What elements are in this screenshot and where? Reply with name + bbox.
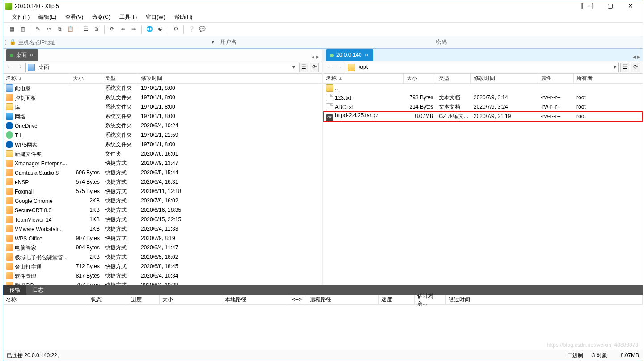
forward-icon[interactable]: →: [336, 63, 344, 71]
file-row[interactable]: 软件管理817 Bytes快捷方式2020/6/4, 10:34: [3, 271, 322, 281]
file-row[interactable]: ABC.txt214 Bytes文本文档2020/7/9, 3:24-rw-r-…: [323, 102, 643, 112]
file-row[interactable]: 此电脑系统文件夹1970/1/1, 8:00: [3, 84, 322, 93]
menu-item[interactable]: 帮助(H): [170, 12, 197, 22]
file-row[interactable]: GZhttpd-2.4.25.tar.gz8.07MBGZ 压缩文...2020…: [323, 112, 643, 121]
open-icon[interactable]: ▥: [17, 25, 27, 34]
tab-next-icon[interactable]: ▸: [637, 53, 640, 61]
file-icon: [6, 206, 13, 214]
forward-icon[interactable]: →: [16, 63, 24, 71]
file-icon: [6, 188, 13, 195]
file-icon: [326, 84, 333, 92]
edit-icon[interactable]: ✎: [33, 25, 43, 34]
file-row[interactable]: SecureCRT 8.01KB快捷方式2020/6/16, 18:35: [3, 206, 322, 215]
status-dot-icon: [10, 54, 13, 57]
transfer-left-icon[interactable]: ⬅: [118, 25, 128, 34]
paste-icon[interactable]: 📋: [65, 25, 75, 34]
cut-icon[interactable]: ✂: [44, 25, 54, 34]
file-row[interactable]: 金山打字通712 Bytes快捷方式2020/6/8, 18:45: [3, 262, 322, 271]
file-row[interactable]: 库系统文件夹1970/1/1, 8:00: [3, 102, 322, 112]
host-input[interactable]: [17, 38, 209, 47]
remote-header[interactable]: 名称▲ 大小 类型 修改时间 属性 所有者: [323, 74, 643, 84]
host-dropdown[interactable]: ▾: [209, 38, 217, 46]
new-session-icon[interactable]: ▤: [7, 25, 17, 34]
tab-transfer[interactable]: 传输: [3, 285, 26, 295]
local-filelist[interactable]: 名称▲ 大小 类型 修改时间 此电脑系统文件夹1970/1/1, 8:00控制面…: [3, 74, 322, 285]
file-row[interactable]: Foxmail575 Bytes快捷方式2020/6/11, 12:18: [3, 187, 322, 196]
transfer-right-icon[interactable]: ➡: [129, 25, 139, 34]
globe-icon[interactable]: 🌐: [144, 25, 154, 34]
close-tab-icon[interactable]: ✕: [364, 52, 369, 59]
transfer-list: [3, 305, 643, 350]
local-header[interactable]: 名称▲ 大小 类型 修改时间: [3, 74, 322, 84]
menu-item[interactable]: 命令(C): [88, 12, 115, 22]
local-pane: 桌面 ✕ ◂ ▸ ← → 桌面 ▾ ☰ ⟳: [3, 49, 322, 285]
file-row[interactable]: 电脑管家904 Bytes快捷方式2020/6/4, 11:47: [3, 243, 322, 253]
local-tab[interactable]: 桌面 ✕: [6, 49, 38, 61]
local-path: 桌面: [38, 63, 291, 71]
file-row[interactable]: VMware Workstati...1KB快捷方式2020/6/4, 11:3…: [3, 224, 322, 234]
file-row[interactable]: T L系统文件夹1970/1/1, 21:59: [3, 130, 322, 140]
local-tab-label: 桌面: [16, 51, 27, 59]
minimize-button[interactable]: 〚─〛: [579, 0, 600, 12]
local-path-box[interactable]: 桌面 ▾: [25, 63, 297, 72]
tab-prev-icon[interactable]: ◂: [633, 53, 636, 61]
file-row[interactable]: eNSP574 Bytes快捷方式2020/6/4, 16:31: [3, 177, 322, 187]
tab-prev-icon[interactable]: ◂: [312, 53, 314, 61]
tab-log[interactable]: 日志: [26, 285, 50, 295]
pass-input[interactable]: [450, 38, 643, 47]
file-row[interactable]: 新建文件夹文件夹2020/7/6, 16:01: [3, 149, 322, 159]
refresh-local-icon[interactable]: ⟳: [310, 63, 319, 72]
back-icon[interactable]: ←: [6, 63, 14, 71]
menubar: 文件(F)编辑(E)查看(V)命令(C)工具(T)窗口(W)帮助(H): [3, 12, 643, 23]
chat-icon[interactable]: 💬: [197, 25, 207, 34]
close-button[interactable]: ✕: [620, 0, 641, 12]
file-row[interactable]: WPS Office907 Bytes快捷方式2020/7/9, 8:19: [3, 234, 322, 243]
hostbar: ⋮ 🔒 ▾ 用户名 密码: [3, 36, 643, 49]
sort-asc-icon: ▲: [339, 76, 343, 81]
file-row[interactable]: Google Chrome2KB快捷方式2020/7/9, 16:02: [3, 196, 322, 206]
file-icon: [326, 94, 333, 101]
doc-icon[interactable]: 🗎: [92, 25, 102, 34]
file-row[interactable]: ..: [323, 84, 643, 93]
file-row[interactable]: OneDrive系统文件夹2020/6/4, 10:24: [3, 121, 322, 130]
file-row[interactable]: 腾讯QQ707 Bytes快捷方式2020/6/4, 10:38: [3, 281, 322, 285]
file-row[interactable]: 123.txt793 Bytes文本文档2020/7/9, 3:14-rw-r-…: [323, 93, 643, 102]
file-row[interactable]: Xmanager Enterpris...快捷方式2020/7/9, 13:47: [3, 159, 322, 168]
remote-path-box[interactable]: /opt ▾: [346, 63, 619, 72]
menu-item[interactable]: 窗口(W): [141, 12, 169, 22]
file-icon: [6, 150, 13, 157]
maximize-button[interactable]: ▢: [600, 0, 620, 12]
menu-item[interactable]: 文件(F): [8, 12, 34, 22]
file-row[interactable]: TeamViewer 141KB快捷方式2020/6/15, 22:15: [3, 215, 322, 224]
help-icon[interactable]: ❔: [186, 25, 196, 34]
path-dropdown-icon[interactable]: ▾: [292, 63, 295, 71]
path-dropdown-icon[interactable]: ▾: [614, 63, 616, 71]
bottom-tabs[interactable]: 传输 日志: [3, 285, 643, 295]
file-icon: [6, 272, 13, 279]
file-row[interactable]: 控制面板系统文件夹1970/1/1, 8:00: [3, 93, 322, 102]
tree-icon[interactable]: ☰: [299, 63, 308, 72]
file-row[interactable]: Camtasia Studio 8606 Bytes快捷方式2020/6/5, …: [3, 168, 322, 177]
tree-icon[interactable]: ☰: [620, 63, 629, 72]
file-icon: [6, 225, 13, 232]
props-icon[interactable]: ☰: [81, 25, 91, 34]
remote-filelist[interactable]: 名称▲ 大小 类型 修改时间 属性 所有者 ..123.txt793 Bytes…: [323, 74, 643, 285]
refresh-remote-icon[interactable]: ⟳: [631, 63, 640, 72]
refresh-icon[interactable]: ⟳: [107, 25, 117, 34]
file-row[interactable]: 极域电子书包课堂管...2KB快捷方式2020/6/5, 16:02: [3, 253, 322, 262]
menu-item[interactable]: 查看(V): [61, 12, 88, 22]
remote-tab[interactable]: 20.0.0.140 ✕: [326, 49, 373, 61]
file-row[interactable]: WPS网盘系统文件夹1970/1/1, 8:00: [3, 140, 322, 149]
tab-next-icon[interactable]: ▸: [316, 53, 319, 61]
settings-icon[interactable]: ⚙: [171, 25, 181, 34]
file-row[interactable]: 网络系统文件夹1970/1/1, 8:00: [3, 112, 322, 121]
menu-item[interactable]: 编辑(E): [34, 12, 61, 22]
sync-icon[interactable]: ☯: [155, 25, 165, 34]
close-tab-icon[interactable]: ✕: [30, 52, 34, 59]
menu-item[interactable]: 工具(T): [115, 12, 141, 22]
transfer-header[interactable]: 名称 状态 进度 大小 本地路径 <--> 远程路径 速度 估计剩余... 经过…: [3, 295, 643, 305]
back-icon[interactable]: ←: [326, 63, 334, 71]
copy-icon[interactable]: ⧉: [55, 25, 64, 34]
user-input[interactable]: [240, 38, 432, 47]
remote-tabstrip: 20.0.0.140 ✕ ◂ ▸: [323, 49, 643, 61]
